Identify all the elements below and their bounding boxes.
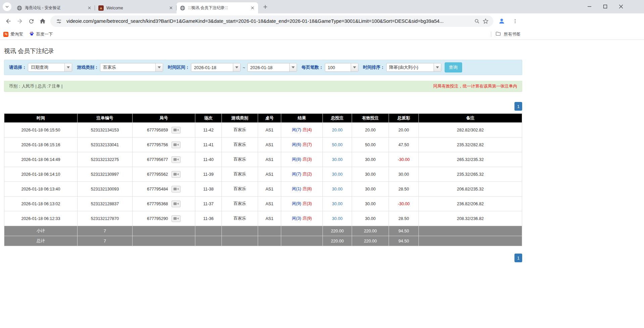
cell-valid-bet: 30.00 xyxy=(352,152,389,167)
cell-round: 677795859 xyxy=(133,123,195,138)
column-header-10: 备注 xyxy=(419,114,522,123)
result-player: 闲(3) xyxy=(292,216,301,221)
column-header-0: 时间 xyxy=(4,114,78,123)
close-icon[interactable] xyxy=(613,0,629,13)
cell-result: 闲(7)庄(4) xyxy=(281,123,323,138)
cell-game-type: 百家乐 xyxy=(222,152,258,167)
tab-close-icon[interactable] xyxy=(250,5,255,11)
reload-icon[interactable] xyxy=(26,15,37,27)
menu-dots-icon[interactable] xyxy=(509,15,521,27)
cell-time: 2026-01-18 06:15:16 xyxy=(4,138,78,152)
page-1-button[interactable]: 1 xyxy=(514,254,522,262)
cell-time: 2026-01-18 06:14:49 xyxy=(4,152,78,167)
home-icon[interactable] xyxy=(37,15,48,27)
cell-session: 11-39 xyxy=(195,167,222,182)
welcome-favicon-icon xyxy=(98,5,104,11)
tab-title: Welcome xyxy=(106,6,166,10)
query-type-label: 请选择： xyxy=(9,64,27,70)
result-player: 闲(9) xyxy=(292,201,301,206)
result-player: 闲(8) xyxy=(292,157,301,162)
browser-tab-2[interactable]: Welcome xyxy=(95,2,177,13)
chevron-down-icon[interactable] xyxy=(233,63,240,71)
url-bar[interactable]: videoie.com/game/betrecord_search/kind3?… xyxy=(50,15,493,27)
back-icon[interactable] xyxy=(3,15,14,27)
total-valid-bet: 220.00 xyxy=(352,236,389,246)
date-end-input[interactable]: 2026-01-18 xyxy=(247,63,297,72)
video-replay-button[interactable] xyxy=(171,127,181,133)
minimize-icon[interactable] xyxy=(582,0,597,13)
tab-close-icon[interactable] xyxy=(168,5,174,11)
query-type-select[interactable]: 日期查询 xyxy=(28,63,72,72)
video-replay-button[interactable] xyxy=(171,156,181,163)
cell-time: 2026-01-18 06:13:40 xyxy=(4,182,78,197)
video-replay-button[interactable] xyxy=(171,171,181,178)
tab-close-icon[interactable] xyxy=(87,5,92,11)
cell-total-bet[interactable]: 50.00 xyxy=(323,138,352,152)
profile-avatar-icon[interactable] xyxy=(496,15,507,27)
empty-cell xyxy=(222,236,258,246)
per-page-select[interactable]: 100 xyxy=(325,63,358,72)
cell-payout: -30.00 xyxy=(389,152,419,167)
maximize-icon[interactable] xyxy=(597,0,613,13)
folder-icon xyxy=(495,31,501,38)
zoom-icon[interactable] xyxy=(473,17,481,25)
date-start-input[interactable]: 2026-01-18 xyxy=(191,63,241,72)
chevron-down-icon[interactable] xyxy=(434,63,441,71)
game-type-select[interactable]: 百家乐 xyxy=(100,63,163,72)
table-row: 2026-01-18 06:15:16 523132133041 6777957… xyxy=(4,138,522,152)
site-settings-icon[interactable] xyxy=(54,17,63,25)
cell-round: 677795677 xyxy=(133,152,195,167)
table-header-row: 时间注单编号局号场次游戏类别桌号结果总投注有效投注总派彩备注 xyxy=(4,114,522,123)
empty-cell xyxy=(281,236,323,246)
browser-tab-1[interactable]: 海燕论坛 - 安全验证 xyxy=(13,2,95,13)
tab-search-chevron-icon[interactable] xyxy=(3,2,11,11)
cell-time: 2026-01-18 06:12:33 xyxy=(4,211,78,226)
cell-result: 闲(7)庄(2) xyxy=(281,167,323,182)
search-button[interactable]: 查询 xyxy=(445,62,462,72)
cell-result: 闲(1)庄(8) xyxy=(281,182,323,197)
query-type-value: 日期查询 xyxy=(28,63,64,71)
table-row: 2026-01-18 06:12:33 523132127870 6777952… xyxy=(4,211,522,226)
column-header-2: 局号 xyxy=(133,114,195,123)
bookmark-baidu[interactable]: 百度一下 xyxy=(29,31,53,37)
sort-order-select[interactable]: 降幂(由大到小) xyxy=(386,63,441,72)
video-replay-button[interactable] xyxy=(171,215,181,222)
cell-session: 11-42 xyxy=(195,123,222,138)
cell-round: 677795290 xyxy=(133,211,195,226)
date-end-value: 2026-01-18 xyxy=(248,63,289,71)
chevron-down-icon[interactable] xyxy=(351,63,358,71)
empty-cell xyxy=(419,236,522,246)
cell-total-bet[interactable]: 30.00 xyxy=(323,152,352,167)
all-bookmarks[interactable]: 所有书签 xyxy=(491,31,521,38)
cell-total-bet[interactable]: 20.00 xyxy=(323,123,352,138)
cell-bet-id: 523132132275 xyxy=(78,152,133,167)
browser-tab-active[interactable]: :::视讯 会员下注纪录::: xyxy=(177,2,258,13)
chevron-down-icon[interactable] xyxy=(289,63,297,71)
new-tab-icon[interactable] xyxy=(261,2,269,11)
empty-cell xyxy=(133,236,195,246)
cell-total-bet[interactable]: 30.00 xyxy=(323,197,352,211)
bookmark-taobao[interactable]: 淘 爱淘宝 xyxy=(3,32,23,37)
tab-strip: 海燕论坛 - 安全验证 Welcome :::视讯 会员下注纪录::: xyxy=(0,0,644,13)
chevron-down-icon[interactable] xyxy=(155,63,163,71)
cell-valid-bet: 50.00 xyxy=(352,138,389,152)
chevron-down-icon[interactable] xyxy=(64,63,72,71)
cell-result: 闲(8)庄(3) xyxy=(281,152,323,167)
url-text[interactable]: videoie.com/game/betrecord_search/kind3?… xyxy=(66,18,473,24)
page-1-button[interactable]: 1 xyxy=(514,102,522,111)
cell-total-bet[interactable]: 30.00 xyxy=(323,211,352,226)
bookmark-star-icon[interactable] xyxy=(481,17,490,25)
cell-round: 677795484 xyxy=(133,182,195,197)
cell-total-bet[interactable]: 30.00 xyxy=(323,182,352,197)
video-replay-button[interactable] xyxy=(171,201,181,207)
filter-bar: 请选择： 日期查询 游戏类别： 百家乐 时间区间： 2026-01-18 ~ 2… xyxy=(4,60,522,75)
cell-total-bet[interactable]: 30.00 xyxy=(323,167,352,182)
cell-table-no: AS1 xyxy=(258,123,281,138)
video-replay-button[interactable] xyxy=(171,186,181,193)
empty-cell xyxy=(195,236,222,246)
result-banker: 庄(3) xyxy=(303,201,312,206)
result-player: 闲(7) xyxy=(292,127,301,132)
forward-icon[interactable] xyxy=(14,15,26,27)
cell-payout: 20.00 xyxy=(389,123,419,138)
video-replay-button[interactable] xyxy=(171,142,181,148)
